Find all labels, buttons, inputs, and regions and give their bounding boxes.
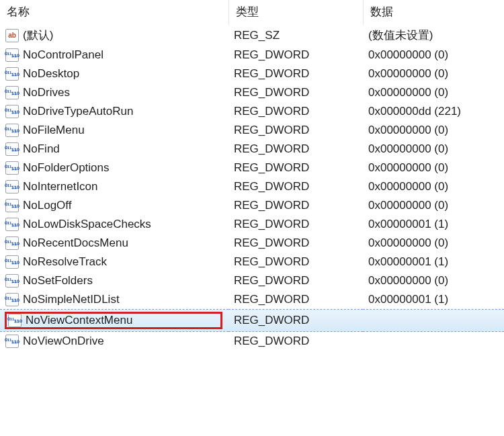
table-row[interactable]: ⁰¹¹₁₁₀NoSetFoldersREG_DWORD0x00000000 (0… [0,271,504,290]
value-name: NoDrives [23,86,70,99]
value-name: NoViewOnDrive [23,335,104,348]
value-data: 0x00000000 (0) [363,121,504,140]
table-row[interactable]: ⁰¹¹₁₁₀NoFindREG_DWORD0x00000000 (0) [0,140,504,159]
reg-dword-icon: ⁰¹¹₁₁₀ [5,335,19,348]
value-name: NoRecentDocsMenu [23,236,128,250]
value-data: 0x00000000 (0) [363,140,504,159]
value-data: 0x00000000 (0) [363,64,504,83]
value-data: 0x00000000 (0) [363,159,504,177]
reg-dword-icon: ⁰¹¹₁₁₀ [8,314,22,327]
value-type: REG_DWORD [228,290,363,310]
value-name: NoFind [23,142,60,156]
table-row[interactable]: ab(默认)REG_SZ(数值未设置) [0,25,504,46]
value-data: 0x00000001 (1) [363,215,504,234]
value-name: NoFileMenu [23,124,85,137]
value-type: REG_DWORD [228,215,363,234]
value-type: REG_DWORD [228,253,363,271]
column-header-data[interactable]: 数据 [363,0,504,25]
reg-dword-icon: ⁰¹¹₁₁₀ [5,161,19,175]
value-data: 0x00000001 (1) [363,290,504,310]
value-name: NoLogOff [23,199,71,212]
value-data: 0x00000000 (0) [363,83,504,102]
table-row[interactable]: ⁰¹¹₁₁₀NoInternetIconREG_DWORD0x00000000 … [0,177,504,196]
value-name: NoResolveTrack [23,255,107,269]
value-type: REG_DWORD [228,64,363,83]
table-row[interactable]: ⁰¹¹₁₁₀NoDriveTypeAutoRunREG_DWORD0x00000… [0,102,504,121]
value-type: REG_DWORD [228,271,363,290]
value-name: NoSetFolders [23,274,93,288]
value-data [363,332,504,351]
reg-dword-icon: ⁰¹¹₁₁₀ [5,48,19,62]
table-row[interactable]: ⁰¹¹₁₁₀NoControlPanelREG_DWORD0x00000000 … [0,46,504,64]
table-row[interactable]: ⁰¹¹₁₁₀NoViewOnDriveREG_DWORD [0,332,504,351]
table-row[interactable]: ⁰¹¹₁₁₀NoLogOffREG_DWORD0x00000000 (0) [0,196,504,215]
value-name: NoViewContextMenu [26,314,132,327]
value-data [363,310,504,332]
table-row[interactable]: ⁰¹¹₁₁₀NoDesktopREG_DWORD0x00000000 (0) [0,64,504,83]
reg-dword-icon: ⁰¹¹₁₁₀ [5,218,19,231]
table-row[interactable]: ⁰¹¹₁₁₀NoDrivesREG_DWORD0x00000000 (0) [0,83,504,102]
table-row[interactable]: ⁰¹¹₁₁₀NoResolveTrackREG_DWORD0x00000001 … [0,253,504,271]
value-name: NoFolderOptions [23,161,110,175]
reg-dword-icon: ⁰¹¹₁₁₀ [5,124,19,137]
reg-dword-icon: ⁰¹¹₁₁₀ [5,67,19,81]
table-row[interactable]: ⁰¹¹₁₁₀NoFolderOptionsREG_DWORD0x00000000… [0,159,504,177]
value-name: NoControlPanel [23,48,103,62]
value-type: REG_DWORD [228,159,363,177]
table-row[interactable]: ⁰¹¹₁₁₀NoLowDiskSpaceChecksREG_DWORD0x000… [0,215,504,234]
value-data: 0x00000000 (0) [363,177,504,196]
reg-dword-icon: ⁰¹¹₁₁₀ [5,236,19,250]
value-name: NoDriveTypeAutoRun [23,105,133,118]
value-type: REG_DWORD [228,102,363,121]
value-data: 0x00000000 (0) [363,46,504,64]
table-row[interactable]: ⁰¹¹₁₁₀NoRecentDocsMenuREG_DWORD0x0000000… [0,234,504,253]
column-header-name[interactable]: 名称 [0,0,228,25]
value-type: REG_DWORD [228,177,363,196]
value-data: 0x00000001 (1) [363,253,504,271]
column-header-type[interactable]: 类型 [228,0,363,25]
value-type: REG_DWORD [228,196,363,215]
value-type: REG_DWORD [228,234,363,253]
value-type: REG_DWORD [228,310,363,332]
reg-dword-icon: ⁰¹¹₁₁₀ [5,86,19,99]
reg-sz-icon: ab [5,29,19,42]
value-type: REG_DWORD [228,46,363,64]
reg-dword-icon: ⁰¹¹₁₁₀ [5,180,19,193]
value-type: REG_DWORD [228,121,363,140]
value-name: NoDesktop [23,67,79,81]
table-row[interactable]: ⁰¹¹₁₁₀NoSimpleNetIDListREG_DWORD0x000000… [0,290,504,310]
value-type: REG_DWORD [228,140,363,159]
value-name: NoInternetIcon [23,180,98,193]
value-name: (默认) [23,28,53,43]
value-data: 0x00000000 (0) [363,234,504,253]
value-data: 0x00000000 (0) [363,271,504,290]
reg-dword-icon: ⁰¹¹₁₁₀ [5,105,19,118]
value-type: REG_DWORD [228,83,363,102]
registry-values-table: 名称 类型 数据 ab(默认)REG_SZ(数值未设置)⁰¹¹₁₁₀NoCont… [0,0,504,351]
reg-dword-icon: ⁰¹¹₁₁₀ [5,142,19,156]
value-type: REG_SZ [228,25,363,46]
reg-dword-icon: ⁰¹¹₁₁₀ [5,274,19,288]
reg-dword-icon: ⁰¹¹₁₁₀ [5,199,19,212]
table-row[interactable]: ⁰¹¹₁₁₀NoViewContextMenuREG_DWORD [0,310,504,332]
table-row[interactable]: ⁰¹¹₁₁₀NoFileMenuREG_DWORD0x00000000 (0) [0,121,504,140]
value-type: REG_DWORD [228,332,363,351]
value-data: (数值未设置) [363,25,504,46]
reg-dword-icon: ⁰¹¹₁₁₀ [5,293,19,306]
table-header-row: 名称 类型 数据 [0,0,504,25]
value-data: 0x000000dd (221) [363,102,504,121]
value-name: NoSimpleNetIDList [23,293,120,306]
value-name: NoLowDiskSpaceChecks [23,218,151,231]
value-data: 0x00000000 (0) [363,196,504,215]
reg-dword-icon: ⁰¹¹₁₁₀ [5,255,19,269]
